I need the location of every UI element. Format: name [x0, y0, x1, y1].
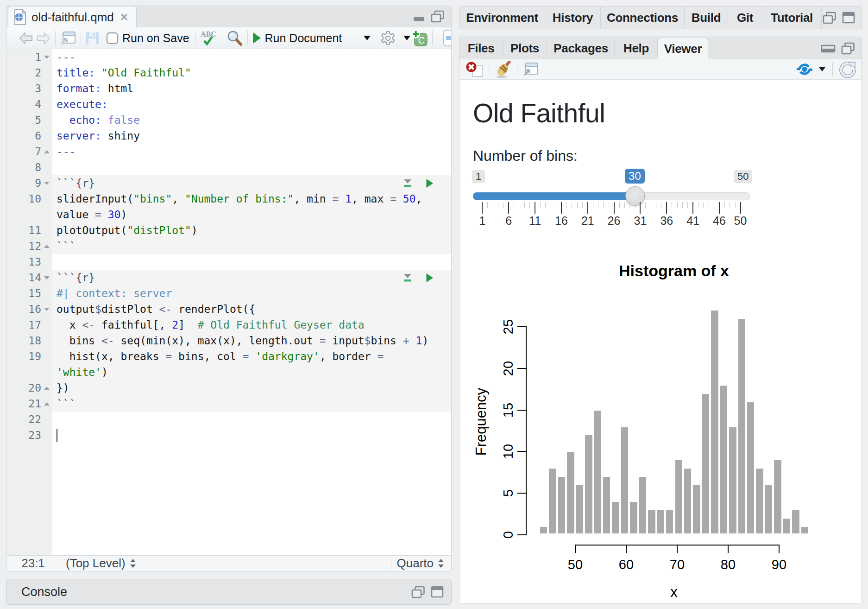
find-replace-button[interactable]	[226, 30, 243, 46]
fold-down-icon[interactable]	[43, 270, 50, 285]
back-button[interactable]	[19, 32, 34, 45]
cursor-position: 23:1	[6, 556, 60, 571]
y-tick-label: 5	[501, 489, 516, 497]
tab-git[interactable]: Git	[728, 6, 762, 29]
code-text: output$distPlot <- renderPlot({	[57, 301, 255, 317]
tab-history[interactable]: History	[545, 6, 601, 29]
run-on-save-checkbox[interactable]	[106, 32, 119, 44]
line-number: 7	[6, 144, 41, 159]
code-text: #| context: server	[57, 285, 172, 301]
toolbar-separator	[81, 31, 81, 45]
scope-updown-icon[interactable]	[129, 558, 137, 569]
tab-files[interactable]: Files	[459, 37, 503, 59]
x-axis-tick	[728, 545, 729, 553]
knit-options-dropdown-icon[interactable]	[403, 35, 411, 41]
code-row: 12```	[6, 238, 451, 254]
source-editor-pane: old-faithful.qmd ×	[6, 6, 452, 571]
clear-viewer-broom-icon[interactable]	[494, 61, 512, 78]
console-restore-icon[interactable]	[411, 586, 425, 598]
code-text: ---	[57, 49, 76, 65]
editor-statusbar: 23:1 (Top Level) Quarto	[6, 555, 451, 571]
insert-chunk-button[interactable]: C	[411, 29, 428, 47]
pane-restore-icon[interactable]	[841, 42, 855, 55]
tab-close-icon[interactable]: ×	[120, 11, 128, 24]
x-axis-tick	[779, 545, 780, 553]
pane-minimize-icon[interactable]	[821, 42, 836, 55]
settings-gear-icon[interactable]	[380, 31, 396, 46]
tab-viewer[interactable]: Viewer	[658, 37, 708, 60]
editor-mode-selector[interactable]: Quarto	[397, 556, 434, 571]
fold-down-icon[interactable]	[43, 301, 50, 317]
y-tick-label: 25	[501, 319, 516, 334]
tab-tutorial[interactable]: Tutorial	[762, 6, 822, 29]
code-row: value = 30)	[6, 207, 451, 222]
run-chunks-above-icon[interactable]	[403, 178, 413, 188]
publish-dropdown-icon[interactable]	[818, 67, 826, 72]
histogram-bar	[800, 526, 809, 534]
tab-build[interactable]: Build	[685, 6, 728, 29]
y-axis-tick	[517, 368, 526, 369]
forward-button[interactable]	[36, 32, 51, 45]
run-document-dropdown-icon[interactable]	[363, 35, 371, 41]
mode-updown-icon[interactable]	[437, 558, 445, 569]
viewer-stop-icon[interactable]	[466, 62, 484, 77]
save-button[interactable]	[85, 31, 100, 45]
tab-connections[interactable]: Connections	[601, 6, 685, 29]
pane-restore-icon[interactable]	[823, 12, 837, 24]
viewer-pane: FilesPlotsPackagesHelpViewer	[459, 37, 862, 603]
toolbar-separator	[832, 63, 833, 76]
code-row: 16output$distPlot <- renderPlot({	[6, 301, 451, 317]
run-chunks-above-icon[interactable]	[403, 273, 413, 283]
run-on-save-label: Run on Save	[122, 32, 189, 45]
plot-title: Histogram of x	[619, 262, 729, 280]
pane-maximize-icon[interactable]	[842, 12, 855, 24]
line-number: 13	[6, 254, 41, 270]
console-pane[interactable]: Console	[6, 579, 452, 605]
histogram-bar	[620, 426, 629, 534]
fold-down-icon[interactable]	[43, 49, 50, 65]
spellcheck-button[interactable]: ABC	[200, 30, 219, 46]
toolbar-separator	[55, 31, 56, 45]
code-row: 8	[6, 159, 451, 175]
tab-environment[interactable]: Environment	[459, 6, 545, 29]
quarto-file-icon	[13, 9, 27, 25]
line-number: 9	[6, 175, 41, 191]
tab-packages[interactable]: Packages	[547, 37, 615, 59]
histogram-bar	[593, 410, 602, 534]
editor-maximize-icon[interactable]	[431, 10, 445, 23]
run-chunk-icon[interactable]	[426, 273, 434, 283]
toolbar-separator	[432, 31, 433, 45]
fold-up-icon[interactable]	[43, 380, 50, 396]
source-outline-icon[interactable]	[443, 29, 452, 47]
histogram-bar	[746, 401, 755, 534]
code-text: ```{r}	[57, 175, 95, 191]
code-text: ```	[57, 238, 76, 254]
fold-up-icon[interactable]	[43, 144, 50, 159]
histogram-bar	[548, 468, 557, 534]
line-number: 1	[6, 49, 41, 65]
open-in-new-window-button[interactable]	[60, 31, 76, 46]
viewer-open-new-window-icon[interactable]	[522, 62, 539, 77]
editor-tab-old-faithful[interactable]: old-faithful.qmd ×	[8, 6, 137, 28]
y-axis-tick	[517, 410, 526, 411]
fold-up-icon[interactable]	[43, 396, 50, 412]
editor-minimize-icon[interactable]	[413, 11, 425, 22]
scope-selector[interactable]: (Top Level)	[66, 556, 126, 571]
tab-help[interactable]: Help	[615, 37, 658, 59]
code-row: 6server: shiny	[6, 128, 451, 144]
fold-down-icon[interactable]	[43, 175, 50, 191]
console-maximize-icon[interactable]	[431, 586, 444, 598]
run-chunk-icon[interactable]	[426, 178, 434, 188]
code-row: 17 x <- faithful[, 2] # Old Faithful Gey…	[6, 317, 451, 333]
fold-up-icon[interactable]	[43, 238, 50, 254]
refresh-icon[interactable]	[839, 61, 856, 78]
tab-plots[interactable]: Plots	[503, 37, 547, 59]
code-row: 9```{r}	[6, 175, 451, 191]
code-text: echo: false	[57, 112, 140, 128]
code-editor[interactable]: 1---2title: "Old Faithful"3format: html4…	[6, 49, 451, 562]
histogram-bar	[611, 501, 620, 534]
line-number: 8	[6, 159, 41, 175]
svg-text:ABC: ABC	[201, 30, 216, 38]
run-document-button[interactable]: Run Document	[252, 32, 342, 45]
publish-icon[interactable]	[796, 63, 813, 76]
